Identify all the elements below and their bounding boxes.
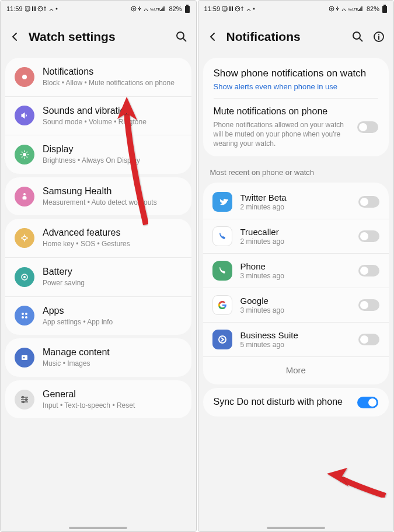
app-toggle[interactable] [358, 265, 379, 276]
app-toggle[interactable] [358, 334, 379, 345]
svg-point-36 [353, 32, 360, 39]
row-title: Advanced features [43, 227, 182, 239]
info-icon[interactable] [372, 30, 385, 43]
app-row-truecaller[interactable]: Truecaller 2 minutes ago [203, 219, 389, 254]
status-bar: 11:59 D VoLTE 82% [1, 1, 196, 17]
app-name: Twitter Beta [240, 192, 351, 202]
svg-text:D: D [26, 7, 29, 11]
svg-rect-3 [34, 6, 36, 11]
row-title: Display [43, 144, 182, 155]
back-button[interactable] [9, 31, 20, 43]
svg-point-38 [378, 34, 379, 35]
svg-rect-28 [229, 6, 231, 11]
app-name: Business Suite [240, 330, 351, 340]
sync-toggle[interactable] [357, 397, 378, 408]
status-bar: 11:59 D VoLTE 82% [198, 1, 394, 17]
sync-title: Sync Do not disturb with phone [214, 396, 351, 408]
row-title: Apps [43, 305, 182, 317]
svg-point-12 [23, 153, 26, 156]
twitter-icon [212, 192, 232, 212]
settings-card-5: General Input • Text-to-speech • Reset [5, 380, 191, 419]
mute-notifications-row[interactable]: Mute notifications on phone Phone notifi… [214, 106, 379, 148]
row-content[interactable]: Manage content Music • Images [5, 338, 191, 377]
app-time: 2 minutes ago [240, 237, 351, 246]
svg-point-40 [219, 336, 226, 343]
page-title: Notifications [226, 30, 344, 44]
general-icon [15, 390, 34, 410]
row-sounds[interactable]: Sounds and vibration Sound mode • Volume… [5, 97, 191, 136]
mute-sub: Phone notifications allowed on your watc… [214, 120, 351, 149]
watch-settings-screen: 11:59 D VoLTE 82% Watch settings Notific… [0, 0, 197, 532]
svg-point-30 [235, 6, 240, 11]
svg-point-22 [23, 356, 25, 358]
app-row-business-suite[interactable]: Business Suite 5 minutes ago [203, 323, 389, 357]
svg-rect-8 [186, 5, 189, 6]
row-title: Samsung Health [43, 186, 182, 197]
mute-title: Mute notifications on phone [214, 106, 351, 118]
svg-point-24 [26, 398, 27, 400]
row-sub: Home key • SOS • Gestures [43, 240, 182, 249]
row-general[interactable]: General Input • Text-to-speech • Reset [5, 380, 191, 419]
app-row-google[interactable]: Google 3 minutes ago [203, 288, 389, 323]
row-display[interactable]: Display Brightness • Always On Display [5, 135, 191, 174]
svg-point-31 [253, 8, 255, 10]
svg-point-13 [23, 193, 26, 195]
search-icon[interactable] [175, 30, 188, 43]
row-advanced[interactable]: Advanced features Home key • SOS • Gestu… [5, 219, 191, 258]
row-title: Notifications [43, 66, 182, 78]
row-title: Battery [43, 266, 182, 278]
settings-card-4: Manage content Music • Images [5, 338, 191, 377]
phone-icon [212, 261, 232, 281]
back-button[interactable] [207, 31, 218, 43]
app-row-phone[interactable]: Phone 3 minutes ago [203, 254, 389, 288]
svg-point-20 [25, 316, 27, 318]
row-sub: Brightness • Always On Display [43, 156, 182, 166]
nav-indicator[interactable] [267, 527, 325, 529]
more-button[interactable]: More [203, 357, 389, 384]
mute-toggle[interactable] [357, 121, 378, 133]
row-sub: Measurement • Auto detect workouts [43, 198, 182, 208]
app-time: 5 minutes ago [240, 341, 351, 349]
svg-rect-34 [383, 5, 386, 6]
row-notifications[interactable]: Notifications Block • Allow • Mute notif… [5, 58, 191, 97]
sounds-icon [15, 106, 34, 125]
app-toggle[interactable] [358, 230, 379, 242]
header: Notifications [198, 17, 394, 54]
row-battery[interactable]: Battery Power saving [5, 258, 191, 297]
app-name: Google [240, 296, 351, 306]
status-icons-right: VoLTE [329, 5, 364, 12]
row-apps[interactable]: Apps App settings • App info [5, 297, 191, 335]
sync-dnd-panel[interactable]: Sync Do not disturb with phone [203, 388, 389, 416]
nav-indicator[interactable] [69, 527, 127, 529]
app-name: Phone [240, 261, 351, 271]
svg-point-23 [22, 396, 24, 398]
svg-rect-9 [185, 6, 190, 13]
settings-card-1: Notifications Block • Allow • Mute notif… [5, 58, 191, 174]
status-icons-right: VoLTE [131, 5, 166, 12]
panel-link: Show alerts even when phone in use [214, 82, 379, 91]
svg-point-11 [22, 75, 27, 79]
display-icon [15, 145, 34, 164]
row-title: General [43, 388, 182, 400]
app-row-twitter[interactable]: Twitter Beta 2 minutes ago [203, 185, 389, 219]
clock: 11:59 [6, 5, 23, 12]
svg-rect-35 [382, 6, 387, 13]
svg-point-25 [23, 401, 25, 402]
row-health[interactable]: Samsung Health Measurement • Auto detect… [5, 177, 191, 216]
svg-text:VoLTE: VoLTE [348, 8, 358, 11]
svg-point-14 [23, 236, 26, 240]
app-toggle[interactable] [358, 196, 379, 208]
row-sub: Music • Images [43, 359, 182, 369]
svg-text:D: D [224, 7, 226, 11]
app-toggle[interactable] [358, 299, 379, 311]
section-label: Most recent on phone or watch [198, 160, 394, 179]
search-icon[interactable] [351, 30, 364, 43]
svg-point-10 [177, 32, 184, 39]
svg-point-17 [22, 313, 24, 315]
truecaller-icon [212, 226, 232, 246]
apps-card: Twitter Beta 2 minutes ago Truecaller 2 … [203, 183, 389, 384]
row-sub: Block • Allow • Mute notifications on ph… [43, 79, 182, 88]
show-notifications-panel[interactable]: Show phone notifications on watch Show a… [203, 58, 389, 156]
battery-percent: 82% [169, 5, 182, 12]
svg-point-19 [22, 316, 24, 318]
